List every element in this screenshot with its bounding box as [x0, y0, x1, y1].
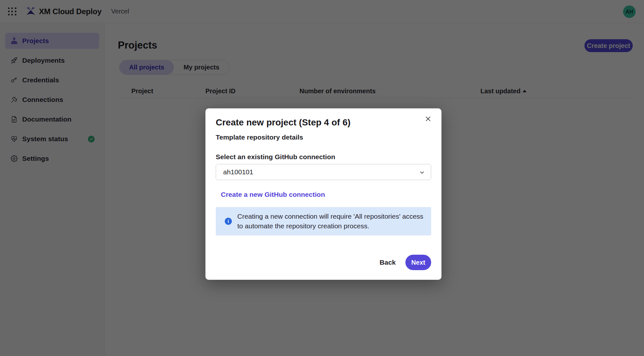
select-value: ah100101 — [223, 168, 253, 176]
github-connection-select[interactable]: ah100101 — [216, 164, 431, 180]
chevron-down-icon — [420, 170, 424, 175]
close-icon[interactable] — [421, 112, 434, 125]
next-button[interactable]: Next — [405, 255, 431, 270]
create-github-connection-link[interactable]: Create a new GitHub connection — [221, 191, 325, 198]
section-heading: Template repository details — [216, 133, 303, 141]
info-alert-text: Creating a new connection will require '… — [237, 212, 431, 231]
modal-footer: Back Next — [216, 255, 431, 270]
create-project-modal: Create new project (Step 4 of 6) Templat… — [205, 108, 441, 280]
info-alert: i Creating a new connection will require… — [216, 207, 431, 235]
modal-title: Create new project (Step 4 of 6) — [216, 117, 351, 128]
back-button[interactable]: Back — [380, 259, 396, 266]
info-icon: i — [225, 218, 232, 225]
github-connection-select-label: Select an existing GitHub connection — [216, 153, 335, 161]
